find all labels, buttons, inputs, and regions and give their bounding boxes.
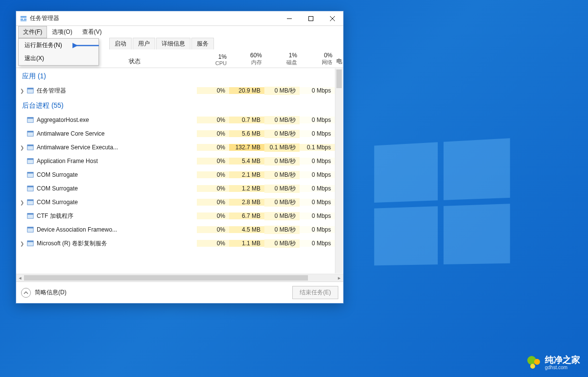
process-name: CTF 加载程序 [37,212,73,220]
metric-cell: 6.7 MB [229,212,264,219]
table-row[interactable]: ❯Microsoft (R) 卷影复制服务0%1.1 MB0 MB/秒0 Mbp… [16,236,335,250]
tab-startup[interactable]: 启动 [109,38,132,49]
expand-chevron-icon[interactable]: ❯ [20,241,24,246]
table-row[interactable]: ❯任务管理器0%20.9 MB0 MB/秒0 Mbps [16,84,335,97]
col-memory[interactable]: 60%内存 [231,49,266,68]
metric-cell: 0 Mbps [300,171,335,178]
svg-rect-9 [27,88,33,90]
metric-cell: 0% [197,117,229,123]
process-icon [27,171,34,178]
metric-cell: 0 MB/秒 [264,87,300,95]
svg-rect-5 [309,16,313,21]
maximize-button[interactable] [300,11,322,25]
metric-cell: 5.4 MB [229,158,264,165]
metric-cell: 0% [197,87,229,94]
expand-chevron-icon[interactable]: ❯ [20,145,24,150]
metric-cell: 0% [197,144,229,151]
col-extra[interactable]: 电 [336,49,343,68]
metric-cell: 132.7 MB [229,144,264,151]
metric-cell: 0 Mbps [300,87,335,94]
table-row[interactable]: COM Surrogate0%1.2 MB0 MB/秒0 Mbps [16,182,335,195]
table-row[interactable]: ❯Antimalware Service Executa...0%132.7 M… [16,141,335,154]
metric-cell: 0 Mbps [300,226,335,233]
table-row[interactable]: AggregatorHost.exe0%0.7 MB0 MB/秒0 Mbps [16,113,335,127]
table-row[interactable]: Device Association Framewo...0%4.5 MB0 M… [16,223,335,236]
expand-chevron-icon[interactable]: ❯ [20,88,24,94]
menu-file[interactable]: 文件(F) [18,26,47,38]
metric-cell: 0 MB/秒 [264,157,300,165]
process-icon [27,117,34,123]
metric-cell: 0 Mbps [300,185,335,192]
process-name: Antimalware Core Service [37,130,105,137]
collapse-icon[interactable] [21,288,31,298]
metric-cell: 0% [197,240,229,247]
process-name: 任务管理器 [37,87,66,95]
metric-cell: 0 Mbps [300,117,335,123]
expand-chevron-icon[interactable]: ❯ [20,200,24,205]
close-button[interactable] [322,11,343,25]
col-cpu[interactable]: 1%CPU [198,49,231,68]
metric-cell: 0% [197,130,229,137]
svg-rect-17 [27,159,33,160]
end-task-button[interactable]: 结束任务(E) [292,286,338,299]
tab-services[interactable]: 服务 [191,38,214,49]
menubar: 文件(F) 选项(O) 查看(V) [16,26,343,38]
process-name: COM Surrogate [37,171,78,178]
tab-users[interactable]: 用户 [133,38,155,49]
watermark: 纯净之家gdhst.com [527,355,580,370]
process-group-header: 应用 (1) [16,68,335,84]
metric-cell: 0 MB/秒 [264,198,300,207]
metric-cell: 2.1 MB [229,171,264,178]
process-name: COM Surrogate [37,199,78,206]
vertical-scrollbar[interactable] [335,69,343,273]
metric-cell: 0 Mbps [300,240,335,247]
metric-cell: 0 Mbps [300,130,335,137]
process-name: Device Association Framewo... [37,226,117,233]
table-row[interactable]: Application Frame Host0%5.4 MB0 MB/秒0 Mb… [16,154,335,168]
windows-logo-wallpaper [374,138,510,265]
metric-cell: 0.1 MB/秒 [264,143,300,152]
footer: 简略信息(D) 结束任务(E) [16,282,343,303]
metric-cell: 0 Mbps [300,158,335,165]
metric-cell: 0 MB/秒 [264,239,300,248]
menu-options[interactable]: 选项(O) [47,26,77,38]
process-icon [27,158,34,165]
table-row[interactable]: COM Surrogate0%2.1 MB0 MB/秒0 Mbps [16,168,335,182]
table-row[interactable]: ❯COM Surrogate0%2.8 MB0 MB/秒0 Mbps [16,195,335,209]
metric-cell: 0 Mbps [300,212,335,219]
process-icon [27,144,34,151]
window-title: 任务管理器 [30,14,279,23]
menu-exit[interactable]: 退出(X) [19,52,98,65]
tab-details[interactable]: 详细信息 [156,38,190,49]
metric-cell: 0% [197,171,229,178]
col-disk[interactable]: 1%磁盘 [266,49,301,68]
menu-view[interactable]: 查看(V) [77,26,107,38]
process-name: AggregatorHost.exe [37,117,89,123]
metric-cell: 0% [197,226,229,233]
brief-info-link[interactable]: 简略信息(D) [35,288,67,297]
process-icon [27,130,34,137]
metric-cell: 1.1 MB [229,240,264,247]
titlebar[interactable]: 任务管理器 [16,11,343,26]
minimize-button[interactable] [279,11,300,25]
metric-cell: 0% [197,212,229,219]
svg-rect-23 [27,200,33,201]
col-status[interactable]: 状态 [129,49,158,68]
svg-rect-3 [21,20,26,21]
process-icon [27,240,34,247]
horizontal-scrollbar[interactable]: ◄► [16,274,343,282]
process-name: Microsoft (R) 卷影复制服务 [37,239,107,248]
svg-rect-1 [21,19,23,20]
metric-cell: 0 MB/秒 [264,185,300,193]
metric-cell: 20.9 MB [229,87,264,94]
table-row[interactable]: CTF 加载程序0%6.7 MB0 MB/秒0 Mbps [16,209,335,223]
metric-cell: 0 MB/秒 [264,116,300,124]
col-network[interactable]: 0%网络 [301,49,336,68]
table-row[interactable]: Antimalware Core Service0%5.6 MB0 MB/秒0 … [16,127,335,141]
process-icon [27,226,34,233]
process-name: Application Frame Host [37,158,98,165]
process-icon [27,212,34,219]
svg-rect-13 [27,131,33,133]
svg-rect-15 [27,145,33,146]
task-manager-icon [20,15,27,22]
